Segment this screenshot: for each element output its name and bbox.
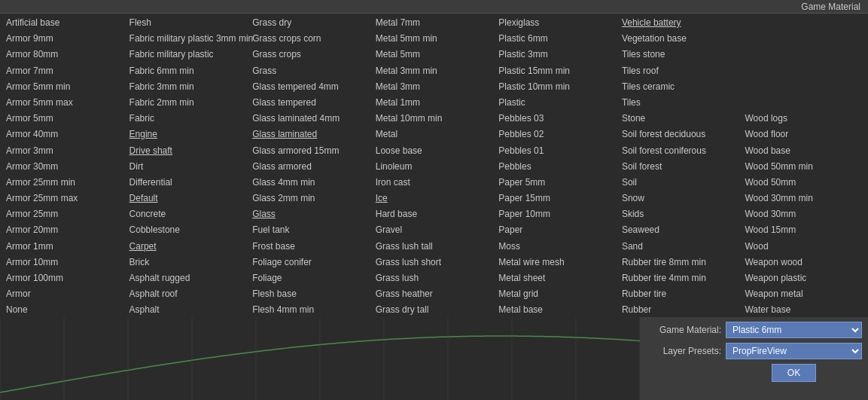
material-item[interactable]: Glass (249, 206, 373, 222)
material-item[interactable]: Wood 30mm (742, 206, 865, 222)
material-item[interactable]: Armor 7mm (3, 63, 126, 79)
material-item[interactable]: Flesh 4mm min (249, 302, 373, 317)
material-item[interactable]: Loose base (373, 143, 496, 159)
material-item[interactable]: Glass 4mm min (249, 175, 373, 191)
material-item[interactable]: Dirt (126, 159, 250, 175)
material-item[interactable]: Wood logs (742, 111, 865, 127)
material-item[interactable]: Armor 1mm (3, 239, 126, 255)
material-item[interactable]: Rubber (619, 302, 742, 317)
material-item[interactable]: Vehicle battery (619, 15, 742, 31)
material-item[interactable]: Foliage conifer (249, 255, 373, 270)
material-item[interactable]: Armor 25mm (3, 206, 126, 222)
material-item[interactable]: Armor 80mm (3, 47, 126, 63)
material-item[interactable]: Tiles (619, 95, 742, 111)
material-item[interactable]: Weapon metal (742, 286, 865, 302)
material-item[interactable]: Weapon wood (742, 255, 865, 270)
material-item[interactable]: Plastic 3mm (495, 47, 619, 63)
material-item[interactable]: Skids (619, 206, 742, 222)
material-item[interactable]: Metal 7mm (373, 15, 496, 31)
material-item[interactable]: Vegetation base (619, 31, 742, 47)
material-item[interactable]: Armor 3mm (3, 143, 126, 159)
material-item[interactable]: Asphalt (126, 302, 250, 317)
material-item[interactable]: Armor 25mm min (3, 175, 126, 191)
material-item[interactable]: Glass tempered 4mm (249, 79, 373, 95)
material-item[interactable]: Armor 10mm (3, 255, 126, 270)
material-item[interactable]: Fabric military plastic 3mm min (126, 31, 250, 47)
material-item[interactable]: Fabric (126, 111, 250, 127)
layer-presets-select[interactable]: PropFireViewDefaultCustom (726, 343, 862, 359)
material-item[interactable]: Glass armored (249, 159, 373, 175)
material-item[interactable]: Foliage (249, 270, 373, 286)
material-item[interactable]: Metal 5mm min (373, 31, 496, 47)
material-item[interactable]: Weapon plastic (742, 270, 865, 286)
material-item[interactable]: Metal base (495, 302, 619, 317)
material-item[interactable]: Wood (742, 239, 865, 255)
material-item[interactable]: Concrete (126, 206, 250, 222)
material-item[interactable]: Wood 50mm (742, 175, 865, 191)
material-item[interactable]: Metal 3mm min (373, 63, 496, 79)
material-item[interactable]: Wood 50mm min (742, 159, 865, 175)
material-item[interactable]: Rubber tire (619, 286, 742, 302)
material-item[interactable]: Plastic (495, 95, 619, 111)
material-item[interactable]: Water base (742, 302, 865, 317)
material-item[interactable]: Paper 15mm (495, 191, 619, 206)
material-item[interactable]: Fabric 3mm min (126, 79, 250, 95)
material-item[interactable]: Armor 9mm (3, 31, 126, 47)
material-item[interactable]: Flesh base (249, 286, 373, 302)
material-item[interactable]: Engine (126, 127, 250, 142)
material-item[interactable]: Metal sheet (495, 270, 619, 286)
material-item[interactable]: Metal 3mm (373, 79, 496, 95)
material-item[interactable]: Sand (619, 239, 742, 255)
material-item[interactable]: Differential (126, 175, 250, 191)
material-item[interactable]: Asphalt rugged (126, 270, 250, 286)
material-item[interactable]: Grass crops corn (249, 31, 373, 47)
material-item[interactable]: Metal 10mm min (373, 111, 496, 127)
ok-button[interactable]: OK (772, 364, 816, 382)
material-item[interactable]: Ice (373, 191, 496, 206)
material-item[interactable]: Asphalt roof (126, 286, 250, 302)
material-item[interactable]: Carpet (126, 239, 250, 255)
material-item[interactable]: Glass tempered (249, 95, 373, 111)
material-item[interactable]: Frost base (249, 239, 373, 255)
material-item[interactable]: Tiles roof (619, 63, 742, 79)
material-item[interactable]: Metal 1mm (373, 95, 496, 111)
material-item[interactable]: Snow (619, 191, 742, 206)
material-item[interactable]: Plastic 6mm (495, 31, 619, 47)
material-item[interactable]: Glass armored 15mm (249, 143, 373, 159)
material-item[interactable]: Soil forest deciduous (619, 127, 742, 142)
material-item[interactable]: Artificial base (3, 15, 126, 31)
material-item[interactable]: Tiles stone (619, 47, 742, 63)
material-item[interactable]: Grass lush tall (373, 239, 496, 255)
game-material-select[interactable]: Plastic 6mmMetalWoodGlassRubberFabricArm… (726, 322, 862, 338)
material-item[interactable]: Metal 5mm (373, 47, 496, 63)
material-item[interactable]: Armor 5mm max (3, 95, 126, 111)
material-item[interactable]: Soil (619, 175, 742, 191)
material-item[interactable]: Plastic 10mm min (495, 79, 619, 95)
material-item[interactable]: Grass crops (249, 47, 373, 63)
material-item[interactable]: Default (126, 191, 250, 206)
material-item[interactable]: Grass (249, 63, 373, 79)
material-item[interactable]: Paper 10mm (495, 206, 619, 222)
material-item[interactable]: Armor 20mm (3, 222, 126, 238)
material-item[interactable]: Linoleum (373, 159, 496, 175)
material-item[interactable]: Moss (495, 239, 619, 255)
material-item[interactable]: Metal wire mesh (495, 255, 619, 270)
material-item[interactable]: Wood base (742, 143, 865, 159)
material-item[interactable]: Fabric 6mm min (126, 63, 250, 79)
material-item[interactable]: Plastic 15mm min (495, 63, 619, 79)
material-item[interactable]: Armor (3, 286, 126, 302)
material-item[interactable]: Paper (495, 222, 619, 238)
material-item[interactable]: Paper 5mm (495, 175, 619, 191)
material-list[interactable]: Artificial baseArmor 9mmArmor 80mmArmor … (0, 14, 868, 317)
material-item[interactable]: Pebbles 01 (495, 143, 619, 159)
material-item[interactable]: Fabric 2mm min (126, 95, 250, 111)
material-item[interactable]: Armor 25mm max (3, 191, 126, 206)
material-item[interactable]: Fuel tank (249, 222, 373, 238)
material-item[interactable]: Glass laminated (249, 127, 373, 142)
material-item[interactable]: Armor 5mm min (3, 79, 126, 95)
material-item[interactable]: Grass dry tall (373, 302, 496, 317)
material-item[interactable]: Seaweed (619, 222, 742, 238)
material-item[interactable]: Pebbles (495, 159, 619, 175)
material-item[interactable]: Grass lush short (373, 255, 496, 270)
material-item[interactable]: Stone (619, 111, 742, 127)
